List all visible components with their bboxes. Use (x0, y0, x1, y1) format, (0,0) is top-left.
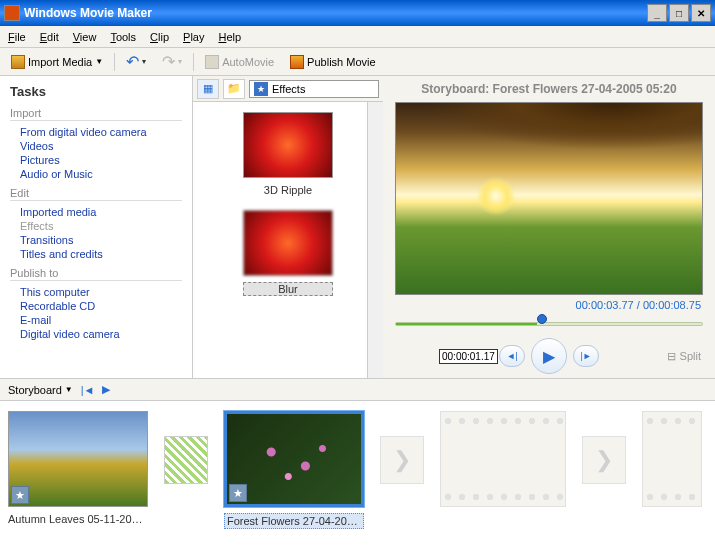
effect-label: 3D Ripple (243, 184, 333, 196)
menu-edit[interactable]: Edit (40, 31, 59, 43)
next-frame-button[interactable]: |► (573, 345, 599, 367)
effect-thumbnail (243, 210, 333, 276)
close-button[interactable]: ✕ (691, 4, 711, 22)
task-publish-computer[interactable]: This computer (10, 285, 182, 299)
automovie-label: AutoMovie (222, 56, 274, 68)
task-publish-dvcam[interactable]: Digital video camera (10, 327, 182, 341)
import-media-button[interactable]: Import Media ▼ (6, 53, 108, 71)
minimize-button[interactable]: _ (647, 4, 667, 22)
play-button[interactable]: ▶ (531, 338, 567, 374)
automovie-icon (205, 55, 219, 69)
divider (193, 53, 194, 71)
storyboard-track[interactable]: ★ Autumn Leaves 05-11-2005... ★ Forest F… (0, 401, 715, 548)
automovie-button[interactable]: AutoMovie (200, 53, 279, 71)
menu-play[interactable]: Play (183, 31, 204, 43)
transition-empty-slot[interactable] (380, 436, 424, 484)
task-import-camera[interactable]: From digital video camera (10, 125, 182, 139)
section-edit: Edit (10, 187, 182, 201)
transition-thumbnail (164, 436, 208, 484)
app-icon (4, 5, 20, 21)
sb-rewind-button[interactable]: |◄ (81, 384, 95, 396)
storyboard-label: Storyboard (8, 384, 62, 396)
prev-frame-button[interactable]: ◄| (499, 345, 525, 367)
scrollbar[interactable] (367, 102, 383, 378)
effect-thumbnail (243, 112, 333, 178)
thumbnails-icon: ▦ (203, 82, 213, 95)
clip-thumbnail: ★ (224, 411, 364, 507)
clip-label: Autumn Leaves 05-11-2005... (8, 513, 148, 525)
task-transitions[interactable]: Transitions (10, 233, 182, 247)
tasks-heading: Tasks (10, 84, 182, 99)
menu-view[interactable]: View (73, 31, 97, 43)
undo-button[interactable]: ↶▾ (121, 50, 151, 73)
storyboard-pane: Storyboard ▼ |◄ ▶ ★ Autumn Leaves 05-11-… (0, 378, 715, 548)
clip-label: Forest Flowers 27-04-2005 ... (224, 513, 364, 529)
effect-label: Blur (243, 282, 333, 296)
split-icon: ⊟ (667, 350, 676, 363)
titlebar: Windows Movie Maker _ □ ✕ (0, 0, 715, 26)
task-import-pictures[interactable]: Pictures (10, 153, 182, 167)
view-thumbnails-button[interactable]: ▦ (197, 79, 219, 99)
storyboard-clip-selected[interactable]: ★ Forest Flowers 27-04-2005 ... (224, 411, 364, 529)
menu-tools[interactable]: Tools (110, 31, 136, 43)
maximize-button[interactable]: □ (669, 4, 689, 22)
folder-icon: 📁 (227, 82, 241, 95)
storyboard-header: Storyboard ▼ |◄ ▶ (0, 379, 715, 401)
section-publish: Publish to (10, 267, 182, 281)
publish-button[interactable]: Publish Movie (285, 53, 380, 71)
task-publish-cd[interactable]: Recordable CD (10, 299, 182, 313)
seek-bar[interactable] (395, 317, 703, 330)
import-icon (11, 55, 25, 69)
collection-items: 3D Ripple Blur (193, 102, 383, 378)
effect-item[interactable]: Blur (243, 210, 333, 296)
dropdown-arrow-icon: ▼ (65, 385, 73, 394)
preview-image (396, 103, 702, 294)
menu-help[interactable]: Help (218, 31, 241, 43)
effect-indicator-icon: ★ (11, 486, 29, 504)
transition-empty-slot[interactable] (582, 436, 626, 484)
collection-pane: ▦ 📁 ★ Effects 3D Ripple Blur (192, 76, 383, 378)
dropdown-arrow-icon: ▼ (95, 57, 103, 66)
task-effects[interactable]: Effects (10, 219, 182, 233)
preview-time-display: 00:00:03.77 / 00:00:08.75 (383, 295, 715, 315)
collection-dropdown[interactable]: ★ Effects (249, 80, 379, 98)
preview-title: Storyboard: Forest Flowers 27-04-2005 05… (383, 76, 715, 102)
task-import-audio[interactable]: Audio or Music (10, 167, 182, 181)
redo-button[interactable]: ↷▾ (157, 50, 187, 73)
task-publish-email[interactable]: E-mail (10, 313, 182, 327)
menu-file[interactable]: File (8, 31, 26, 43)
task-titles[interactable]: Titles and credits (10, 247, 182, 261)
effect-indicator-icon: ★ (229, 484, 247, 502)
effect-item[interactable]: 3D Ripple (243, 112, 333, 196)
window-title: Windows Movie Maker (24, 6, 647, 20)
empty-clip-slot[interactable] (440, 411, 566, 507)
task-imported-media[interactable]: Imported media (10, 205, 182, 219)
seek-handle[interactable] (537, 314, 547, 324)
menu-clip[interactable]: Clip (150, 31, 169, 43)
transition-slot[interactable] (164, 436, 208, 484)
empty-clip-slot[interactable] (642, 411, 702, 507)
collection-toolbar: ▦ 📁 ★ Effects (193, 76, 383, 102)
timecode-display: 00:00:01.17 (439, 349, 498, 364)
sb-play-button[interactable]: ▶ (102, 383, 110, 396)
divider (114, 53, 115, 71)
publish-label: Publish Movie (307, 56, 375, 68)
toolbar: Import Media ▼ ↶▾ ↷▾ AutoMovie Publish M… (0, 48, 715, 76)
timeline-view-dropdown[interactable]: Storyboard ▼ (8, 384, 73, 396)
clip-thumbnail: ★ (8, 411, 148, 507)
split-button[interactable]: ⊟ Split (667, 350, 701, 363)
playback-controls: 00:00:01.17 ◄| ▶ |► ⊟ Split (383, 334, 715, 378)
menubar: File Edit View Tools Clip Play Help (0, 26, 715, 48)
import-label: Import Media (28, 56, 92, 68)
star-icon: ★ (254, 82, 268, 96)
preview-pane: Storyboard: Forest Flowers 27-04-2005 05… (383, 76, 715, 378)
split-label: Split (680, 350, 701, 362)
tasks-pane: Tasks Import From digital video camera V… (0, 76, 192, 378)
collection-dropdown-label: Effects (272, 83, 305, 95)
preview-monitor (395, 102, 703, 295)
section-import: Import (10, 107, 182, 121)
publish-icon (290, 55, 304, 69)
storyboard-clip[interactable]: ★ Autumn Leaves 05-11-2005... (8, 411, 148, 525)
task-import-videos[interactable]: Videos (10, 139, 182, 153)
view-folders-button[interactable]: 📁 (223, 79, 245, 99)
